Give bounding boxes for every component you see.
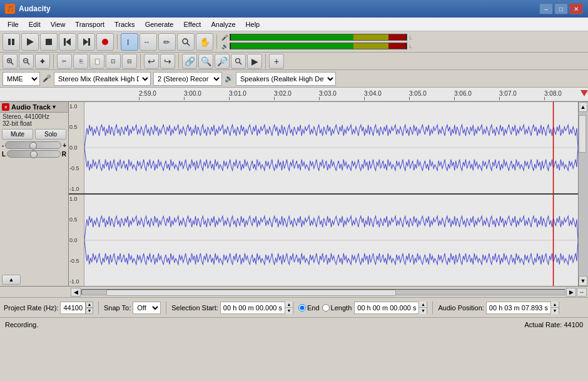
audio-position-value[interactable]: 00 h 03 m 07.893 s ▲ ▼ [486,302,559,314]
status-bar: Recording. Actual Rate: 44100 [0,317,588,331]
ruler-mark-1: 3:00.0 [183,90,228,100]
minimize-button[interactable]: – [539,3,553,14]
zoom-out-button[interactable] [19,54,34,69]
menu-effect[interactable]: Effect [179,18,206,31]
menu-analyze[interactable]: Analyze [206,18,240,31]
input-device-select[interactable]: Stereo Mix (Realtek High De [54,72,151,86]
vertical-scrollbar[interactable]: ▲ ▼ [578,102,588,286]
sync-lock-button[interactable]: 🔗 [182,54,197,69]
skip-forward-button[interactable] [78,33,95,51]
waveform-area[interactable]: 1.0 0.5 0.0 -0.5 -1.0 [69,102,578,286]
v-scroll-track[interactable] [579,112,588,276]
pause-button[interactable] [3,33,20,51]
scroll-right-button[interactable]: ▶ [566,288,576,297]
menu-transport[interactable]: Transport [70,18,109,31]
maximize-button[interactable]: □ [554,3,568,14]
zoom-scroll-button[interactable]: ↔ [577,288,587,297]
close-button[interactable]: ✕ [569,3,583,14]
select-tool-button[interactable]: I [121,33,138,51]
audio-position-spinner[interactable]: ▲ ▼ [550,302,559,314]
zoom-sel-button[interactable]: 🔍 [198,54,213,69]
main-track-area: ✕ Audio Track ▼ Stereo, 44100Hz 32-bit f… [0,101,588,286]
host-select[interactable]: MME [3,72,40,86]
gain-thumb[interactable] [29,142,37,150]
waveform-channel-2[interactable]: 1.0 0.5 0.0 -0.5 -1.0 [69,195,578,286]
project-rate-spinner[interactable]: ▲ ▼ [86,302,93,314]
selection-start-spinner[interactable]: ▲ ▼ [285,302,293,314]
vu-output-icon: 🔊 [221,43,229,49]
zoom-in-button[interactable] [3,54,18,69]
redo-button[interactable]: ↪ [160,54,175,69]
sel-start-down[interactable]: ▼ [285,308,293,314]
paste-button[interactable]: 📋 [89,54,104,69]
y-label-1-bottom: -1.0 [69,186,83,192]
envelope-tool-button[interactable]: ↔ [139,33,157,51]
trim-button[interactable]: ⊡ [106,54,121,69]
gain-slider[interactable] [5,141,61,149]
v-scroll-thumb[interactable] [579,115,586,153]
menu-file[interactable]: File [3,18,24,31]
play-at-speed-button[interactable]: ▶ [247,54,262,69]
menu-view[interactable]: View [46,18,71,31]
y-label-1-mid-high: 0.5 [69,124,83,130]
play-button[interactable] [21,33,39,51]
selection-start-value[interactable]: 00 h 00 m 00.000 s ▲ ▼ [220,302,293,314]
stop-button[interactable] [40,33,58,51]
horizontal-scrollbar[interactable]: ◀ ▶ ↔ [0,286,588,297]
zoom-out2-button[interactable] [231,54,246,69]
end-value[interactable]: 00 h 00 m 00.000 s ▲ ▼ [354,302,427,314]
undo-button[interactable]: ↩ [144,54,159,69]
menu-tracks[interactable]: Tracks [109,18,140,31]
audio-pos-up[interactable]: ▲ [551,302,559,308]
output-device-select[interactable]: Speakers (Realtek High Defi [236,72,336,86]
h-scroll-track[interactable] [81,289,565,295]
pan-thumb[interactable] [30,151,38,158]
menu-generate[interactable]: Generate [140,18,179,31]
scroll-down-button[interactable]: ▼ [579,276,587,286]
track-close-button[interactable]: ✕ [2,103,9,111]
waveform-channel-1[interactable]: 1.0 0.5 0.0 -0.5 -1.0 [69,102,578,195]
pan-slider[interactable] [7,150,61,158]
end-radio-text: End [307,304,320,312]
end-spinner[interactable]: ▲ ▼ [418,302,427,314]
svg-point-12 [183,39,188,44]
silence-button[interactable]: ⊟ [122,54,137,69]
end-radio[interactable] [298,304,306,312]
ruler-mark-4: 3:03.0 [318,90,363,100]
track-collapse-button[interactable]: ▲ [2,275,21,285]
y-axis-1: 1.0 0.5 0.0 -0.5 -1.0 [69,102,84,193]
zoom-tool-button[interactable] [177,33,195,51]
audio-pos-down[interactable]: ▼ [551,308,559,314]
zoom-fit2-button[interactable]: 🔎 [215,54,230,69]
pan-tool-button[interactable]: ✋ [196,33,213,51]
project-rate-up[interactable]: ▲ [86,302,93,308]
scroll-left-button[interactable]: ◀ [71,288,81,297]
solo-button[interactable]: Solo [35,129,66,140]
skip-back-button[interactable] [59,33,76,51]
scroll-up-button[interactable]: ▲ [579,102,587,112]
track-name-button[interactable]: Audio Track ▼ [11,103,66,111]
project-rate-down[interactable]: ▼ [86,308,93,314]
actual-rate-value: 44100 [564,321,583,328]
sel-start-up[interactable]: ▲ [285,302,293,308]
ruler-label-6: 3:05.0 [409,90,427,97]
cut-button[interactable]: ✂ [57,54,72,69]
more-button[interactable]: + [269,54,284,69]
end-up[interactable]: ▲ [419,302,427,308]
draw-tool-button[interactable]: ✏ [158,33,176,51]
copy-button[interactable]: ⎘ [73,54,88,69]
record-button[interactable] [96,33,114,51]
length-radio[interactable] [322,304,330,312]
zoom-fit-button[interactable]: ✦ [35,54,50,69]
end-radio-label[interactable]: End [298,304,320,312]
length-radio-label[interactable]: Length [322,304,352,312]
h-scroll-thumb[interactable] [106,290,396,296]
snap-to-select[interactable]: Off [133,302,161,314]
audio-position-text: 00 h 03 m 07.893 s [487,304,550,312]
menu-edit[interactable]: Edit [24,18,46,31]
mute-button[interactable]: Mute [2,129,33,140]
svg-point-8 [102,39,108,45]
menu-help[interactable]: Help [241,18,265,31]
end-down[interactable]: ▼ [419,308,427,314]
input-channels-select[interactable]: 2 (Stereo) Recor [153,72,222,86]
